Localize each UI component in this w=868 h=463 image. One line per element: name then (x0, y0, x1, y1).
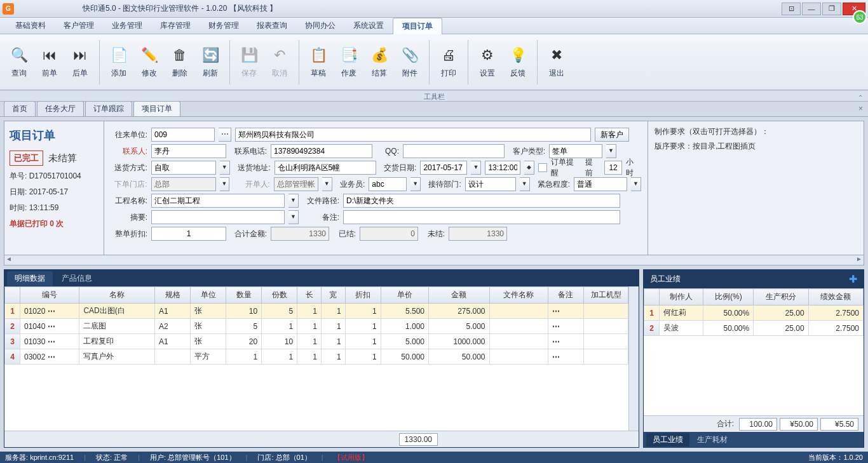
panel-title: 项目订单 (10, 128, 98, 143)
req-line: 版序要求：按目录,工程图插页 (654, 141, 857, 152)
address-input[interactable] (275, 161, 376, 175)
ribbon-设置[interactable]: ⚙设置 (473, 38, 501, 86)
discount-input[interactable] (151, 227, 226, 241)
dropdown-icon[interactable]: ▼ (520, 177, 530, 191)
delivery-date-input[interactable] (420, 161, 467, 175)
requirements-panel[interactable]: 制作要求（双击可打开选择器）： 版序要求：按目录,工程图插页 (648, 121, 864, 255)
menu-3[interactable]: 库存管理 (151, 18, 200, 34)
company-picker-button[interactable]: ⋯ (219, 128, 231, 142)
company-code-input[interactable] (151, 128, 215, 142)
menu-5[interactable]: 报表查询 (248, 18, 296, 34)
qq-input[interactable] (403, 144, 505, 158)
ship-method-select[interactable] (151, 161, 216, 175)
ribbon-删除[interactable]: 🗑删除 (166, 38, 194, 86)
ribbon-结算[interactable]: 💰结算 (365, 38, 393, 86)
order-date: 日期: 2017-05-17 (10, 187, 98, 198)
doctab-2[interactable]: 订单跟踪 (85, 101, 132, 116)
window-title: 快印通5.0 - 图文快印行业管理软件 - 1.0.20 【风软科技 】 (19, 3, 782, 14)
app-icon: G (3, 3, 14, 15)
order-time: 时间: 13:11:59 (10, 203, 98, 213)
dropdown-icon[interactable]: ▼ (288, 210, 299, 224)
status-server: 服务器: kprint.cn:9211 (5, 453, 74, 462)
project-name-input[interactable] (151, 194, 285, 208)
req-title: 制作要求（双击可打开选择器）： (654, 126, 857, 137)
menu-8[interactable]: 项目订单 (393, 18, 442, 34)
ribbon-toolbar: 🔍查询⏮前单⏭后单📄添加✏️修改🗑删除🔄刷新💾保存↶取消📋草稿📑作废💰结算📎附件… (0, 34, 868, 90)
window-shrink-button[interactable]: ⊡ (782, 3, 801, 15)
print-count: 单据已打印 0 次 (10, 218, 98, 229)
detail-table[interactable]: 编号名称规格单位数量份数长宽折扣单价金额文件名称备注加工机型101020 ⋯CA… (4, 286, 628, 365)
ribbon-反馈[interactable]: 💡反馈 (504, 38, 532, 86)
add-perf-button[interactable]: ✚ (849, 273, 857, 285)
detail-grid-panel: 明细数据产品信息 编号名称规格单位数量份数长宽折扣单价金额文件名称备注加工机型1… (4, 269, 639, 448)
status-store: 门店: 总部（01） (257, 453, 311, 462)
performance-panel: 员工业绩 ✚ 制作人比例(%)生产积分绩效金额1何红莉50.00%25.002.… (643, 269, 864, 448)
remind-checkbox[interactable] (538, 163, 547, 172)
menu-0[interactable]: 基础资料 (6, 18, 55, 34)
gridtab-1[interactable]: 产品信息 (54, 271, 100, 286)
ribbon-后单[interactable]: ⏭后单 (66, 38, 94, 86)
doctab-3[interactable]: 项目订单 (133, 101, 180, 116)
phone-input[interactable] (271, 144, 372, 158)
ribbon-修改[interactable]: ✏️修改 (135, 38, 163, 86)
notification-badge[interactable]: 63 (853, 10, 867, 24)
settled-amount (360, 227, 418, 241)
date-picker-icon[interactable]: ▼ (471, 161, 481, 175)
ribbon-保存: 💾保存 (235, 38, 263, 86)
remind-hours-input[interactable] (604, 161, 622, 175)
statusbar: 服务器: kprint.cn:9211| 状态: 正常| 用户: 总部管理帐号（… (0, 452, 868, 463)
delivery-time-input[interactable] (485, 161, 520, 175)
dropdown-icon[interactable]: ▼ (220, 161, 230, 175)
contact-input[interactable] (151, 144, 226, 158)
perftab-1[interactable]: 生产耗材 (691, 433, 734, 446)
total-amount (271, 227, 329, 241)
ribbon-查询[interactable]: 🔍查询 (5, 38, 33, 86)
doctab-0[interactable]: 首页 (4, 101, 36, 116)
menu-6[interactable]: 协同办公 (296, 18, 344, 34)
ribbon-刷新[interactable]: 🔄刷新 (196, 38, 224, 86)
menu-4[interactable]: 财务管理 (200, 18, 248, 34)
menu-7[interactable]: 系统设置 (344, 18, 393, 34)
menubar: 基础资料客户管理业务管理库存管理财务管理报表查询协同办公系统设置项目订单 (0, 18, 868, 34)
menu-2[interactable]: 业务管理 (103, 18, 151, 34)
titlebar: G 快印通5.0 - 图文快印行业管理软件 - 1.0.20 【风软科技 】 ⊡… (0, 0, 868, 18)
ribbon-打印[interactable]: 🖨打印 (435, 38, 463, 86)
document-tabs: 首页任务大厅订单跟踪项目订单× (0, 102, 868, 117)
order-info-panel: 项目订单 已完工 未结算 单号: D17051701004 日期: 2017-0… (4, 121, 104, 255)
performance-table[interactable]: 制作人比例(%)生产积分绩效金额1何红莉50.00%25.002.75002吴波… (644, 288, 864, 336)
window-restore-button[interactable]: ❐ (822, 3, 841, 15)
ribbon-附件[interactable]: 📎附件 (396, 38, 424, 86)
new-customer-button[interactable]: 新客户 (595, 128, 629, 142)
grid-total: 1330.00 (399, 433, 438, 446)
ribbon-前单[interactable]: ⏮前单 (36, 38, 64, 86)
dept-select[interactable] (465, 177, 516, 191)
gridtab-0[interactable]: 明细数据 (7, 271, 53, 286)
time-spinner-icon[interactable]: ◆ (524, 161, 534, 175)
ribbon-作废[interactable]: 📑作废 (335, 38, 363, 86)
summary-input[interactable] (151, 210, 285, 224)
urgent-select[interactable] (574, 177, 627, 191)
tab-close-icon[interactable]: × (858, 104, 863, 113)
ribbon-草稿[interactable]: 📋草稿 (304, 38, 332, 86)
toolbar-caption: 工具栏 ⌃ (0, 90, 868, 102)
status-trial: 【试用版】 (334, 453, 369, 462)
doctab-1[interactable]: 任务大厅 (37, 101, 84, 116)
ribbon-添加[interactable]: 📄添加 (105, 38, 133, 86)
dropdown-icon[interactable]: ▼ (410, 177, 421, 191)
menu-1[interactable]: 客户管理 (55, 18, 103, 34)
dropdown-icon[interactable]: ▼ (631, 177, 641, 191)
dropdown-icon[interactable]: ▼ (606, 144, 616, 158)
dropdown-icon[interactable]: ▼ (288, 194, 299, 208)
window-minimize-button[interactable]: — (802, 3, 821, 15)
vertical-scrollbar[interactable] (628, 286, 639, 431)
substore-select (151, 177, 216, 191)
customer-type-select[interactable] (549, 144, 602, 158)
perftab-0[interactable]: 员工业绩 (646, 433, 689, 446)
ribbon-退出[interactable]: ✖退出 (543, 38, 571, 86)
sales-select[interactable] (369, 177, 407, 191)
horizontal-scrollbar[interactable] (4, 255, 864, 265)
file-path-input[interactable] (343, 194, 620, 208)
remark-input[interactable] (343, 210, 620, 224)
company-name-input[interactable] (235, 128, 591, 142)
opener-select (274, 177, 318, 191)
